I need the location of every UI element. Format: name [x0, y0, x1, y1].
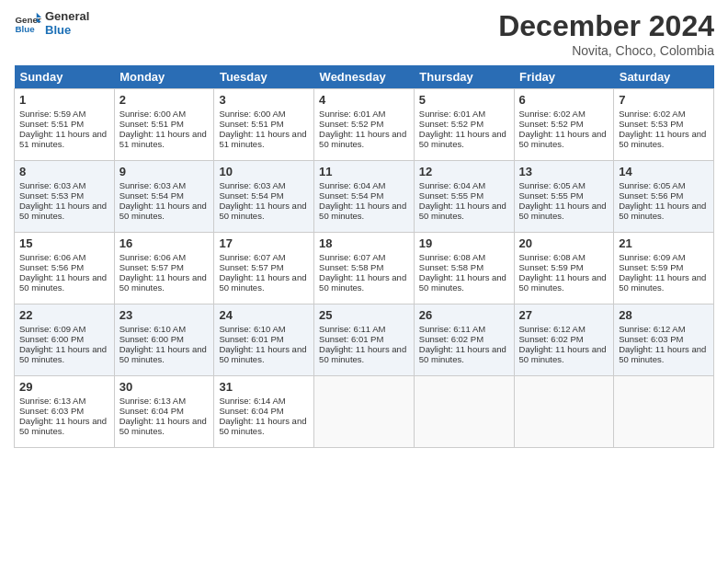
cell-dec22: 22 Sunrise: 6:09 AMSunset: 6:00 PMDaylig…: [15, 304, 115, 376]
cell-dec7: 7 Sunrise: 6:02 AMSunset: 5:53 PMDayligh…: [614, 89, 714, 161]
cell-dec21: 21 Sunrise: 6:09 AMSunset: 5:59 PMDaylig…: [614, 233, 714, 304]
cell-dec5: 5 Sunrise: 6:01 AMSunset: 5:52 PMDayligh…: [414, 89, 514, 161]
logo: General Blue General Blue: [14, 9, 89, 37]
cell-dec10: 10 Sunrise: 6:03 AMSunset: 5:54 PMDaylig…: [214, 161, 314, 233]
cell-empty: [414, 376, 514, 448]
cell-dec4: 4 Sunrise: 6:01 AMSunset: 5:52 PMDayligh…: [314, 89, 415, 161]
cell-dec26: 26 Sunrise: 6:11 AMSunset: 6:02 PMDaylig…: [414, 304, 514, 376]
cell-dec15: 15 Sunrise: 6:06 AMSunset: 5:56 PMDaylig…: [15, 233, 115, 304]
cell-dec19: 19 Sunrise: 6:08 AMSunset: 5:58 PMDaylig…: [414, 233, 514, 304]
col-saturday: Saturday: [614, 65, 714, 89]
cell-dec18: 18 Sunrise: 6:07 AMSunset: 5:58 PMDaylig…: [314, 233, 415, 304]
table-row: 15 Sunrise: 6:06 AMSunset: 5:56 PMDaylig…: [15, 233, 714, 304]
cell-dec25: 25 Sunrise: 6:11 AMSunset: 6:01 PMDaylig…: [314, 304, 415, 376]
col-tuesday: Tuesday: [214, 65, 314, 89]
cell-dec30: 30 Sunrise: 6:13 AMSunset: 6:04 PMDaylig…: [114, 376, 214, 448]
cell-dec3: 3 Sunrise: 6:00 AMSunset: 5:51 PMDayligh…: [214, 89, 314, 161]
header-row: Sunday Monday Tuesday Wednesday Thursday…: [15, 65, 714, 89]
cell-empty: [614, 376, 714, 448]
cell-dec23: 23 Sunrise: 6:10 AMSunset: 6:00 PMDaylig…: [114, 304, 214, 376]
cell-dec27: 27 Sunrise: 6:12 AMSunset: 6:02 PMDaylig…: [514, 304, 614, 376]
location: Novita, Choco, Colombia: [498, 43, 714, 58]
table-row: 8 Sunrise: 6:03 AMSunset: 5:53 PMDayligh…: [15, 161, 714, 233]
page-header: General Blue General Blue December 2024 …: [14, 9, 714, 58]
cell-dec13: 13 Sunrise: 6:05 AMSunset: 5:55 PMDaylig…: [514, 161, 614, 233]
cell-empty: [514, 376, 614, 448]
cell-dec14: 14 Sunrise: 6:05 AMSunset: 5:56 PMDaylig…: [614, 161, 714, 233]
logo-general: General: [45, 9, 89, 23]
page-container: General Blue General Blue December 2024 …: [0, 0, 728, 457]
title-section: December 2024 Novita, Choco, Colombia: [498, 9, 714, 58]
svg-text:Blue: Blue: [16, 24, 36, 34]
col-sunday: Sunday: [15, 65, 115, 89]
cell-dec9: 9 Sunrise: 6:03 AMSunset: 5:54 PMDayligh…: [114, 161, 214, 233]
cell-dec31: 31 Sunrise: 6:14 AMSunset: 6:04 PMDaylig…: [214, 376, 314, 448]
cell-dec2: 2 Sunrise: 6:00 AMSunset: 5:51 PMDayligh…: [114, 89, 214, 161]
col-wednesday: Wednesday: [314, 65, 415, 89]
cell-dec28: 28 Sunrise: 6:12 AMSunset: 6:03 PMDaylig…: [614, 304, 714, 376]
cell-dec17: 17 Sunrise: 6:07 AMSunset: 5:57 PMDaylig…: [214, 233, 314, 304]
cell-empty: [314, 376, 415, 448]
cell-dec12: 12 Sunrise: 6:04 AMSunset: 5:55 PMDaylig…: [414, 161, 514, 233]
cell-dec29: 29 Sunrise: 6:13 AMSunset: 6:03 PMDaylig…: [15, 376, 115, 448]
col-friday: Friday: [514, 65, 614, 89]
col-thursday: Thursday: [414, 65, 514, 89]
cell-dec6: 6 Sunrise: 6:02 AMSunset: 5:52 PMDayligh…: [514, 89, 614, 161]
cell-dec8: 8 Sunrise: 6:03 AMSunset: 5:53 PMDayligh…: [15, 161, 115, 233]
table-row: 1 Sunrise: 5:59 AMSunset: 5:51 PMDayligh…: [15, 89, 714, 161]
logo-blue: Blue: [45, 23, 89, 37]
cell-dec11: 11 Sunrise: 6:04 AMSunset: 5:54 PMDaylig…: [314, 161, 415, 233]
cell-dec20: 20 Sunrise: 6:08 AMSunset: 5:59 PMDaylig…: [514, 233, 614, 304]
table-row: 22 Sunrise: 6:09 AMSunset: 6:00 PMDaylig…: [15, 304, 714, 376]
col-monday: Monday: [114, 65, 214, 89]
cell-dec1: 1 Sunrise: 5:59 AMSunset: 5:51 PMDayligh…: [15, 89, 115, 161]
cell-dec24: 24 Sunrise: 6:10 AMSunset: 6:01 PMDaylig…: [214, 304, 314, 376]
cell-dec16: 16 Sunrise: 6:06 AMSunset: 5:57 PMDaylig…: [114, 233, 214, 304]
month-title: December 2024: [498, 9, 714, 43]
logo-icon: General Blue: [14, 9, 41, 37]
table-row: 29 Sunrise: 6:13 AMSunset: 6:03 PMDaylig…: [15, 376, 714, 448]
calendar-table: Sunday Monday Tuesday Wednesday Thursday…: [14, 65, 714, 448]
